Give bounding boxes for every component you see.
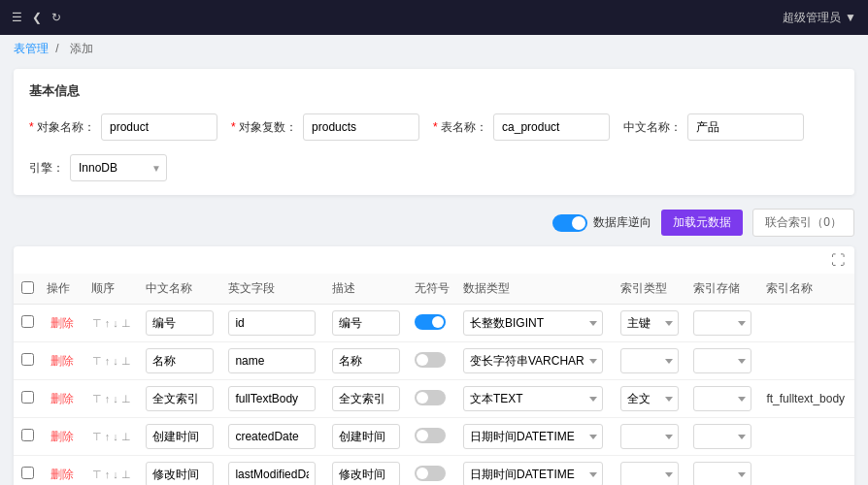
- row-checkbox-1[interactable]: [21, 353, 34, 366]
- cn-name-input-0[interactable]: [146, 310, 214, 336]
- en-field-input-4[interactable]: [228, 462, 316, 485]
- refresh-icon[interactable]: ↻: [51, 11, 61, 24]
- sort-top-4[interactable]: ⊤: [91, 469, 103, 481]
- delete-btn-0[interactable]: 删除: [47, 314, 78, 333]
- data-type-select-1[interactable]: 长整数BIGINT变长字符串VARCHAR文本TEXT日期时间DATETIME精…: [463, 348, 603, 373]
- select-all-checkbox[interactable]: [21, 281, 34, 294]
- sort-up-3[interactable]: ↑: [104, 431, 112, 442]
- input-cn-name[interactable]: [687, 113, 804, 141]
- table-card: ⛶ 操作 顺序 中文名称 英文字段 描述 无符号 数据类型 索引类型 索引存储 …: [14, 246, 854, 485]
- en-field-input-0[interactable]: [228, 310, 316, 336]
- table-row: 删除 ⊤ ↑ ↓ ⊥ 长整数BIGINT变长字符串VARCHAR文本TEXT日期…: [14, 456, 854, 486]
- en-field-input-3[interactable]: [228, 424, 316, 449]
- delete-btn-4[interactable]: 删除: [47, 466, 78, 484]
- row-checkbox-2[interactable]: [21, 391, 34, 404]
- unsigned-toggle-0[interactable]: [415, 314, 446, 330]
- sort-top-0[interactable]: ⊤: [91, 317, 103, 330]
- col-cn-name: 中文名称: [140, 274, 222, 305]
- desc-input-1[interactable]: [332, 348, 400, 373]
- delete-btn-3[interactable]: 删除: [47, 428, 78, 446]
- sort-top-3[interactable]: ⊤: [91, 431, 103, 443]
- basic-info-card: 基本信息 * 对象名称： * 对象复数： * 表名称： 中文名称： 引擎： In…: [14, 69, 854, 195]
- sort-up-1[interactable]: ↑: [104, 355, 112, 367]
- index-store-select-0[interactable]: B树哈希: [693, 310, 751, 336]
- sort-bottom-4[interactable]: ⊥: [120, 469, 132, 481]
- sort-down-2[interactable]: ↓: [112, 393, 119, 404]
- form-item-object-name: * 对象名称：: [29, 113, 217, 141]
- col-index-type: 索引类型: [615, 274, 687, 305]
- desc-input-3[interactable]: [332, 424, 400, 449]
- sort-up-4[interactable]: ↑: [104, 469, 112, 480]
- en-field-input-2[interactable]: [228, 386, 316, 411]
- unsigned-toggle-4[interactable]: [415, 466, 446, 481]
- unsigned-toggle-1[interactable]: [415, 352, 446, 368]
- unsigned-toggle-2[interactable]: [415, 390, 446, 405]
- desc-input-2[interactable]: [332, 386, 400, 411]
- row-checkbox-0[interactable]: [21, 315, 34, 328]
- sort-bottom-3[interactable]: ⊥: [120, 431, 132, 443]
- index-store-select-3[interactable]: B树哈希: [693, 424, 751, 449]
- index-type-select-2[interactable]: 主键唯一普通全文: [620, 386, 679, 411]
- sort-bottom-2[interactable]: ⊥: [120, 393, 132, 405]
- index-type-select-0[interactable]: 主键唯一普通全文: [620, 310, 679, 336]
- sort-up-0[interactable]: ↑: [104, 317, 112, 329]
- index-store-select-2[interactable]: B树哈希: [693, 386, 751, 411]
- fields-table: 操作 顺序 中文名称 英文字段 描述 无符号 数据类型 索引类型 索引存储 索引…: [14, 274, 854, 485]
- index-type-select-4[interactable]: 主键唯一普通全文: [620, 462, 679, 485]
- label-table-name: * 表名称：: [433, 119, 487, 136]
- add-fields-button[interactable]: 加载元数据: [661, 210, 743, 236]
- label-engine: 引擎：: [29, 160, 64, 177]
- form-item-table-name: * 表名称：: [433, 113, 610, 141]
- sort-down-3[interactable]: ↓: [112, 431, 119, 442]
- col-unsigned: 无符号: [409, 274, 457, 305]
- menu-icon[interactable]: ☰: [12, 11, 22, 24]
- sort-up-2[interactable]: ↑: [104, 393, 112, 404]
- index-store-select-1[interactable]: B树哈希: [693, 348, 751, 373]
- index-name-2: ft_fulltext_body: [766, 392, 845, 405]
- cn-name-input-2[interactable]: [146, 386, 214, 411]
- collapse-icon[interactable]: ❮: [32, 11, 42, 24]
- user-arrow-icon[interactable]: ▼: [845, 11, 856, 24]
- index-type-select-3[interactable]: 主键唯一普通全文: [620, 424, 679, 449]
- sort-top-2[interactable]: ⊤: [91, 393, 103, 405]
- delete-btn-2[interactable]: 删除: [47, 390, 78, 408]
- breadcrumb-parent[interactable]: 表管理: [14, 42, 49, 55]
- desc-input-4[interactable]: [332, 462, 400, 485]
- row-checkbox-3[interactable]: [21, 429, 34, 441]
- data-type-select-0[interactable]: 长整数BIGINT变长字符串VARCHAR文本TEXT日期时间DATETIME精…: [463, 310, 603, 336]
- unsigned-toggle-3[interactable]: [415, 428, 446, 443]
- form-item-cn-name: 中文名称：: [623, 113, 804, 141]
- data-type-select-2[interactable]: 长整数BIGINT变长字符串VARCHAR文本TEXT日期时间DATETIME精…: [463, 386, 603, 411]
- union-index-button[interactable]: 联合索引（0）: [752, 209, 854, 237]
- col-actions: 操作: [41, 274, 85, 305]
- data-type-select-3[interactable]: 长整数BIGINT变长字符串VARCHAR文本TEXT日期时间DATETIME精…: [463, 424, 603, 449]
- sort-bottom-0[interactable]: ⊥: [120, 317, 132, 330]
- toggle-label: 数据库逆向: [593, 214, 651, 231]
- en-field-input-1[interactable]: [228, 348, 316, 373]
- cn-name-input-4[interactable]: [146, 462, 214, 485]
- input-table-name[interactable]: [493, 113, 610, 141]
- input-object-plural[interactable]: [303, 113, 419, 141]
- delete-btn-1[interactable]: 删除: [47, 352, 78, 371]
- breadcrumb-current: 添加: [70, 42, 93, 55]
- col-desc: 描述: [326, 274, 409, 305]
- select-engine[interactable]: InnoDB MyISAM: [70, 154, 167, 181]
- data-type-select-4[interactable]: 长整数BIGINT变长字符串VARCHAR文本TEXT日期时间DATETIME精…: [463, 462, 603, 485]
- sort-top-1[interactable]: ⊤: [91, 355, 103, 368]
- basic-info-title: 基本信息: [29, 82, 839, 100]
- desc-input-0[interactable]: [332, 310, 400, 336]
- row-checkbox-4[interactable]: [21, 467, 34, 479]
- cn-name-input-3[interactable]: [146, 424, 214, 449]
- sort-down-0[interactable]: ↓: [112, 317, 119, 329]
- sort-down-1[interactable]: ↓: [112, 355, 119, 367]
- index-store-select-4[interactable]: B树哈希: [693, 462, 751, 485]
- index-type-select-1[interactable]: 主键唯一普通全文: [620, 348, 679, 373]
- sort-down-4[interactable]: ↓: [112, 469, 119, 480]
- cn-name-input-1[interactable]: [146, 348, 214, 373]
- expand-icon[interactable]: ⛶: [831, 252, 845, 268]
- db-reverse-toggle[interactable]: [552, 214, 587, 232]
- user-label: 超级管理员: [783, 10, 841, 26]
- input-object-name[interactable]: [101, 113, 217, 141]
- sort-bottom-1[interactable]: ⊥: [120, 355, 132, 368]
- topbar: ☰ ❮ ↻ 超级管理员 ▼: [0, 0, 868, 35]
